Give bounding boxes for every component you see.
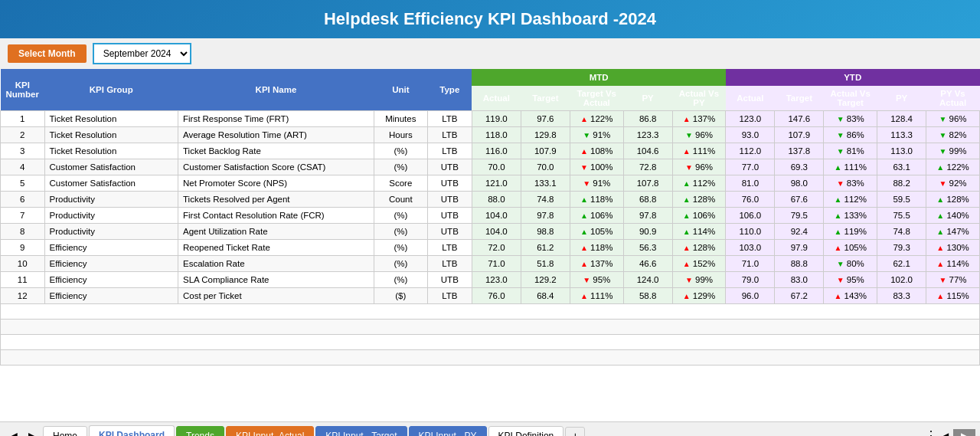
cell-unit: (%) (374, 224, 427, 240)
cell-kpi-num: 3 (1, 143, 45, 159)
col-header-kpi-number: KPINumber (1, 69, 45, 111)
tab-kpi-input-target[interactable]: KPI Input - Target (315, 426, 407, 437)
cell-unit: ($) (374, 288, 427, 304)
cell-kpi-group: Efficiency (44, 240, 178, 256)
cell-ytd-avst: ▼ 83% (824, 175, 877, 192)
cell-ytd-avst: ▲ 111% (824, 159, 877, 175)
cell-kpi-name: Ticket Backlog Rate (178, 143, 374, 159)
app-container: Helpdesk Efficiency KPI Dashboard -2024 … (0, 0, 980, 436)
cell-mtd-actual: 72.0 (472, 240, 521, 256)
table-row: 8 Productivity Agent Utilization Rate (%… (1, 224, 980, 240)
kpi-table: KPINumber KPI Group KPI Name Unit Type M… (0, 69, 980, 366)
tab-kpi-dashboard[interactable]: KPI Dashboard (89, 425, 175, 436)
cell-ytd-actual: 106.0 (726, 208, 775, 224)
cell-kpi-num: 6 (1, 192, 45, 208)
cell-ytd-actual: 103.0 (726, 240, 775, 256)
cell-mtd-actual: 71.0 (472, 256, 521, 272)
cell-ytd-py: 128.4 (877, 111, 926, 127)
col-header-kpi-name: KPI Name (178, 69, 374, 111)
cell-mtd-actual: 76.0 (472, 288, 521, 304)
cell-ytd-py: 75.5 (877, 208, 926, 224)
cell-ytd-pvsa: ▼ 82% (926, 127, 980, 143)
table-row: 7 Productivity First Contact Resolution … (1, 208, 980, 224)
cell-mtd-target: 74.8 (521, 192, 570, 208)
cell-ytd-target: 67.6 (775, 192, 824, 208)
cell-ytd-py: 79.3 (877, 240, 926, 256)
cell-mtd-py: 104.6 (623, 143, 672, 159)
tab-prev-button[interactable]: ◀ (5, 428, 22, 437)
tab-bar-right: ⋮ ◀ ▶ (925, 428, 975, 436)
table-row: 12 Efficiency Cost per Ticket ($) LTB 76… (1, 288, 980, 304)
cell-ytd-avst: ▲ 105% (824, 240, 877, 256)
cell-type: UTB (427, 208, 472, 224)
col-header-type: Type (427, 69, 472, 111)
cell-unit: (%) (374, 159, 427, 175)
tab-kpi-definition[interactable]: KPI Definition (488, 426, 564, 437)
table-row: 10 Efficiency Escalation Rate (%) LTB 71… (1, 256, 980, 272)
table-row: 6 Productivity Tickets Resolved per Agen… (1, 192, 980, 208)
cell-kpi-name: SLA Compliance Rate (178, 272, 374, 288)
col-header-ytd-py: PY (877, 86, 926, 111)
tab-scroll-left-icon[interactable]: ◀ (942, 431, 949, 437)
cell-mtd-avspy: ▼ 96% (672, 159, 726, 175)
cell-mtd-py: 123.3 (623, 127, 672, 143)
cell-unit: (%) (374, 208, 427, 224)
page-title: Helpdesk Efficiency KPI Dashboard -2024 (324, 9, 656, 28)
cell-ytd-pvsa: ▲ 147% (926, 224, 980, 240)
tab-trends[interactable]: Trends (176, 426, 224, 437)
cell-kpi-num: 9 (1, 240, 45, 256)
cell-mtd-py: 56.3 (623, 240, 672, 256)
tab-scroll-right-icon[interactable]: ▶ (953, 429, 975, 437)
cell-mtd-target: 51.8 (521, 256, 570, 272)
table-row-empty (1, 350, 980, 366)
cell-mtd-py: 58.8 (623, 288, 672, 304)
add-tab-button[interactable]: + (565, 427, 585, 437)
table-row-empty (1, 304, 980, 320)
cell-kpi-name: Average Resolution Time (ART) (178, 127, 374, 143)
cell-ytd-actual: 81.0 (726, 175, 775, 192)
cell-kpi-num: 4 (1, 159, 45, 175)
cell-mtd-actual: 88.0 (472, 192, 521, 208)
tab-next-button[interactable]: ▶ (24, 428, 41, 437)
cell-mtd-tva: ▼ 100% (570, 159, 623, 175)
col-header-mtd-target: Target (521, 86, 570, 111)
cell-mtd-py: 124.0 (623, 272, 672, 288)
tab-menu-icon[interactable]: ⋮ (925, 428, 937, 436)
month-dropdown[interactable]: September 2024 (93, 43, 191, 64)
cell-ytd-avst: ▼ 83% (824, 111, 877, 127)
cell-ytd-avst: ▼ 81% (824, 143, 877, 159)
tab-kpi-input-actual[interactable]: KPI Input_Actual (226, 426, 314, 437)
cell-mtd-target: 133.1 (521, 175, 570, 192)
cell-type: UTB (427, 272, 472, 288)
cell-kpi-group: Efficiency (44, 256, 178, 272)
cell-ytd-actual: 110.0 (726, 224, 775, 240)
tab-home[interactable]: Home (43, 426, 87, 437)
cell-mtd-py: 46.6 (623, 256, 672, 272)
col-header-mtd-tva: Target Vs Actual (570, 86, 623, 111)
cell-ytd-py: 102.0 (877, 272, 926, 288)
cell-ytd-py: 62.1 (877, 256, 926, 272)
cell-kpi-num: 12 (1, 288, 45, 304)
cell-kpi-name: Tickets Resolved per Agent (178, 192, 374, 208)
select-month-button[interactable]: Select Month (8, 44, 87, 63)
cell-kpi-group: Productivity (44, 192, 178, 208)
cell-kpi-group: Ticket Resolution (44, 143, 178, 159)
cell-ytd-actual: 96.0 (726, 288, 775, 304)
cell-mtd-actual: 70.0 (472, 159, 521, 175)
cell-ytd-pvsa: ▲ 122% (926, 159, 980, 175)
cell-ytd-pvsa: ▼ 92% (926, 175, 980, 192)
col-header-ytd: YTD (726, 69, 980, 86)
cell-mtd-py: 72.8 (623, 159, 672, 175)
cell-mtd-target: 129.8 (521, 127, 570, 143)
cell-mtd-actual: 121.0 (472, 175, 521, 192)
cell-ytd-py: 83.3 (877, 288, 926, 304)
table-row: 4 Customer Satisfaction Customer Satisfa… (1, 159, 980, 175)
cell-kpi-name: First Response Time (FRT) (178, 111, 374, 127)
cell-kpi-group: Ticket Resolution (44, 127, 178, 143)
tab-kpi-input-py[interactable]: KPI Input - PY (409, 426, 487, 437)
cell-mtd-actual: 104.0 (472, 208, 521, 224)
cell-mtd-target: 70.0 (521, 159, 570, 175)
cell-kpi-num: 8 (1, 224, 45, 240)
cell-ytd-avst: ▲ 133% (824, 208, 877, 224)
col-header-mtd-actual: Actual (472, 86, 521, 111)
